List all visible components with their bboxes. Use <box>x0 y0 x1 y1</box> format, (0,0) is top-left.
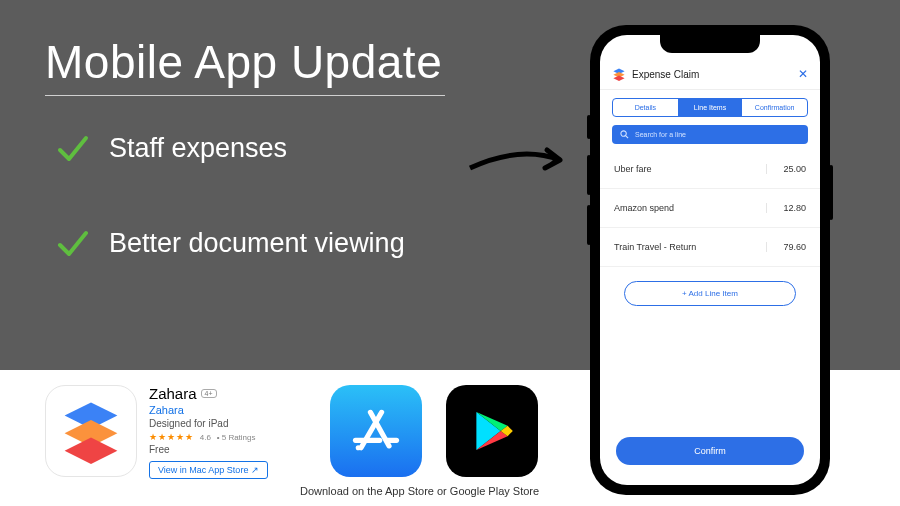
phone-side-button <box>829 165 833 220</box>
search-input[interactable]: Search for a line <box>612 125 808 144</box>
page-title: Mobile App Update <box>45 35 442 89</box>
line-item-amount: 12.80 <box>766 203 806 213</box>
check-icon <box>55 130 91 166</box>
search-placeholder: Search for a line <box>635 131 686 138</box>
age-rating-badge: 4+ <box>201 389 217 398</box>
app-price: Free <box>149 444 268 455</box>
line-item-amount: 25.00 <box>766 164 806 174</box>
svg-line-1 <box>626 136 628 138</box>
app-listing-card: Zahara 4+ Zahara Designed for iPad ★★★★★… <box>45 385 268 479</box>
appstore-logo-icon <box>348 403 404 459</box>
app-header: Expense Claim ✕ <box>600 59 820 90</box>
app-rating-value: 4.6 <box>200 433 211 442</box>
phone-side-button <box>587 115 591 139</box>
phone-side-button <box>587 155 591 195</box>
svg-point-0 <box>621 131 626 136</box>
app-store-icon[interactable] <box>330 385 422 477</box>
confirm-button[interactable]: Confirm <box>616 437 804 465</box>
tab-confirmation[interactable]: Confirmation <box>742 99 807 116</box>
app-vendor[interactable]: Zahara <box>149 404 268 416</box>
app-rating-row: ★★★★★ 4.6 • 5 Ratings <box>149 431 268 442</box>
line-item-row[interactable]: Uber fare 25.00 <box>600 150 820 189</box>
app-rating-count: • 5 Ratings <box>217 433 256 442</box>
app-name: Zahara <box>149 385 197 402</box>
add-line-item-button[interactable]: + Add Line Item <box>624 281 796 306</box>
feature-text: Better document viewing <box>109 228 405 259</box>
line-item-row[interactable]: Train Travel - Return 79.60 <box>600 228 820 267</box>
phone-screen: Expense Claim ✕ Details Line Items Confi… <box>600 35 820 485</box>
view-in-store-button[interactable]: View in Mac App Store ↗ <box>149 461 268 479</box>
line-item-amount: 79.60 <box>766 242 806 252</box>
line-item-label: Train Travel - Return <box>614 242 696 252</box>
store-icons-row <box>330 385 538 477</box>
screen-title: Expense Claim <box>632 69 699 80</box>
zahara-logo-icon <box>58 398 124 464</box>
search-icon <box>620 130 629 139</box>
close-icon[interactable]: ✕ <box>798 67 808 81</box>
tab-bar: Details Line Items Confirmation <box>612 98 808 117</box>
app-name-row: Zahara 4+ <box>149 385 268 402</box>
feature-text: Staff expenses <box>109 133 287 164</box>
phone-notch <box>660 35 760 53</box>
phone-side-button <box>587 205 591 245</box>
check-icon <box>55 225 91 261</box>
line-item-label: Uber fare <box>614 164 652 174</box>
download-caption: Download on the App Store or Google Play… <box>300 485 539 497</box>
title-underline <box>45 95 445 96</box>
line-item-row[interactable]: Amazon spend 12.80 <box>600 189 820 228</box>
app-meta: Zahara 4+ Zahara Designed for iPad ★★★★★… <box>149 385 268 479</box>
zahara-logo-icon <box>612 67 626 81</box>
star-icon: ★★★★★ <box>149 432 194 442</box>
app-icon <box>45 385 137 477</box>
play-store-icon[interactable] <box>446 385 538 477</box>
line-item-label: Amazon spend <box>614 203 674 213</box>
phone-mockup: Expense Claim ✕ Details Line Items Confi… <box>590 25 830 495</box>
feature-row: Staff expenses <box>55 130 287 166</box>
feature-row: Better document viewing <box>55 225 405 261</box>
playstore-logo-icon <box>466 405 518 457</box>
tab-line-items[interactable]: Line Items <box>678 99 743 116</box>
tab-details[interactable]: Details <box>613 99 678 116</box>
arrow-icon <box>465 140 575 180</box>
app-subtitle: Designed for iPad <box>149 418 268 429</box>
